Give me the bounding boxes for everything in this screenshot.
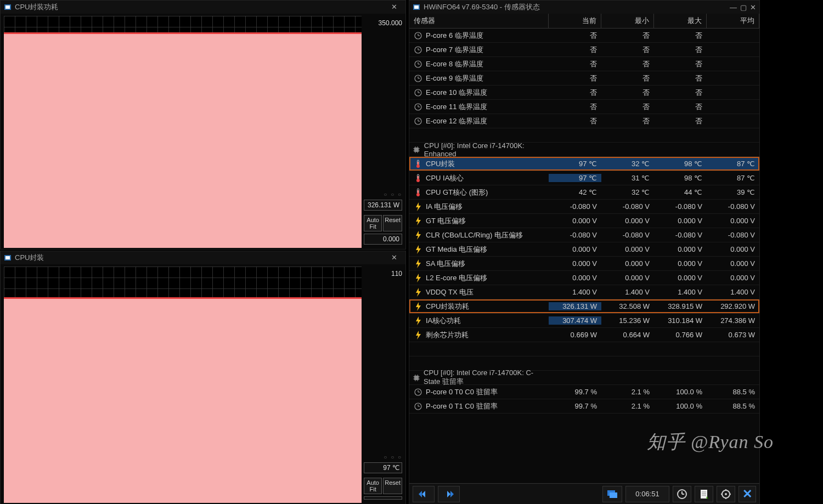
sensor-row[interactable]: E-core 11 临界温度否否否 [409, 100, 759, 114]
sensor-name: CPU IA核心 [426, 173, 464, 183]
section-header[interactable]: CPU [#0]: Intel Core i7-14700K: C-State … [409, 371, 759, 385]
graph2-canvas[interactable] [4, 267, 362, 503]
sensor-name: P-core 0 T1 C0 驻留率 [426, 401, 498, 411]
bolt-icon [414, 331, 422, 339]
nav-left-button[interactable] [413, 486, 435, 502]
val-min: 否 [601, 88, 654, 98]
svg-marker-49 [416, 259, 421, 268]
svg-point-41 [416, 179, 420, 182]
val-max: -0.080 V [654, 231, 707, 239]
val-max: 310.184 W [654, 316, 707, 325]
val-max: 否 [654, 102, 707, 112]
graph1-titlebar[interactable]: CPU封装功耗 ✕ [1, 1, 405, 14]
bolt-icon [414, 231, 422, 240]
sensor-row[interactable]: SA 电压偏移0.000 V0.000 V0.000 V0.000 V [409, 257, 759, 271]
monitor-button[interactable] [602, 486, 622, 502]
val-max: 0.000 V [654, 259, 707, 268]
sensor-row[interactable]: E-core 12 临界温度否否否 [409, 114, 759, 128]
val-max: 0.000 V [654, 217, 707, 225]
val-min: 否 [601, 31, 654, 41]
svg-rect-27 [414, 148, 419, 152]
sensor-row[interactable]: E-core 10 临界温度否否否 [409, 86, 759, 100]
val-avg: 1.400 V [707, 288, 759, 296]
log-button[interactable] [695, 486, 713, 502]
sensor-row[interactable]: P-core 7 临界温度否否否 [409, 43, 759, 57]
close-icon[interactable]: ✕ [386, 2, 402, 13]
val-current: 否 [549, 73, 601, 83]
sensor-row[interactable]: E-core 9 临界温度否否否 [409, 71, 759, 86]
sensor-name: P-core 6 临界温度 [426, 31, 483, 41]
val-min: -0.080 V [601, 231, 654, 239]
col-current[interactable]: 当前 [549, 14, 601, 28]
maximize-icon[interactable]: ▢ [740, 3, 747, 12]
sensor-row[interactable]: IA核心功耗307.474 W15.236 W310.184 W274.386 … [409, 314, 759, 328]
app-icon [413, 3, 420, 11]
sensor-row[interactable]: P-core 0 T0 C0 驻留率99.7 %2.1 %100.0 %88.5… [409, 385, 759, 399]
sensor-row[interactable]: GT Media 电压偏移0.000 V0.000 V0.000 V0.000 … [409, 242, 759, 257]
col-sensor[interactable]: 传感器 [409, 14, 549, 28]
close-button[interactable]: ✕ [739, 486, 756, 502]
sensor-row[interactable]: CPU IA核心97 ℃31 ℃98 ℃87 ℃ [409, 171, 759, 185]
clock-icon [414, 103, 422, 111]
val-avg: -0.080 V [707, 202, 759, 211]
sensor-body[interactable]: P-core 6 临界温度否否否P-core 7 临界温度否否否E-core 8… [409, 29, 759, 483]
sensor-row[interactable]: IA 电压偏移-0.080 V-0.080 V-0.080 V-0.080 V [409, 200, 759, 214]
graph1-canvas[interactable] [4, 16, 362, 248]
nav-right-button[interactable] [438, 486, 460, 502]
val-current: 307.474 W [549, 316, 601, 325]
val-current: 否 [549, 31, 601, 41]
sensor-name: E-core 11 临界温度 [426, 102, 487, 112]
sensor-row[interactable]: P-core 0 T1 C0 驻留率99.7 %2.1 %100.0 %88.5… [409, 399, 759, 414]
sensor-row[interactable]: VDDQ TX 电压1.400 V1.400 V1.400 V1.400 V [409, 285, 759, 299]
sensor-row[interactable]: CPU封装97 ℃32 ℃98 ℃87 ℃ [409, 157, 759, 171]
val-avg: 39 ℃ [707, 188, 759, 196]
sensor-titlebar[interactable]: HWiNFO64 v7.69-5340 - 传感器状态 — ▢ ✕ [409, 1, 759, 14]
svg-marker-47 [416, 231, 421, 240]
sensor-name: 剩余芯片功耗 [426, 330, 469, 340]
svg-point-38 [416, 165, 420, 168]
sensor-row[interactable]: P-core 6 临界温度否否否 [409, 29, 759, 43]
val-min: 否 [601, 59, 654, 69]
col-avg[interactable]: 平均 [707, 14, 759, 28]
val-max: 328.915 W [654, 302, 707, 310]
autofit-button[interactable]: Auto Fit [364, 215, 382, 231]
chip-icon [413, 145, 421, 154]
val-min: 15.236 W [601, 316, 654, 325]
val-min: 0.000 V [601, 274, 654, 282]
section-header[interactable]: CPU [#0]: Intel Core i7-14700K: Enhanced [409, 143, 759, 157]
col-min[interactable]: 最小 [601, 14, 654, 28]
minimize-icon[interactable]: — [730, 3, 737, 12]
val-current: 0.000 V [549, 245, 601, 253]
sensor-row[interactable]: GT 电压偏移0.000 V0.000 V0.000 V0.000 V [409, 214, 759, 228]
val-min: 否 [601, 102, 654, 112]
graph2-titlebar[interactable]: CPU封装 ✕ [1, 251, 405, 264]
settings-button[interactable] [717, 486, 735, 502]
sensor-name: E-core 10 临界温度 [426, 88, 487, 98]
col-max[interactable]: 最大 [654, 14, 707, 28]
sensor-row[interactable]: L2 E-core 电压偏移0.000 V0.000 V0.000 V0.000… [409, 271, 759, 285]
close-icon[interactable]: ✕ [386, 252, 402, 263]
reset-button[interactable]: Reset [383, 215, 402, 231]
val-max: 0.766 W [654, 331, 707, 339]
sensor-name: SA 电压偏移 [426, 259, 465, 269]
val-max: 0.000 V [654, 274, 707, 282]
val-min: 0.000 V [601, 245, 654, 253]
graph1-max: 350.000 [364, 19, 402, 27]
val-current: 0.000 V [549, 217, 601, 225]
val-min: 0.000 V [601, 259, 654, 268]
val-avg: 88.5 % [707, 402, 759, 410]
bolt-icon [414, 288, 422, 297]
bolt-icon [414, 245, 422, 254]
close-icon[interactable]: ✕ [750, 3, 756, 12]
sensor-row[interactable]: E-core 8 临界温度否否否 [409, 57, 759, 71]
sensor-row[interactable]: CPU GT核心 (图形)42 ℃32 ℃44 ℃39 ℃ [409, 185, 759, 200]
sensor-row[interactable]: CPU封装功耗326.131 W32.508 W328.915 W292.920… [409, 299, 759, 314]
val-min: 0.000 V [601, 217, 654, 225]
graph-window-temp: CPU封装 ✕ 110 ○ [0, 251, 406, 504]
clock-button[interactable] [673, 486, 691, 502]
svg-marker-46 [416, 217, 421, 225]
autofit-button[interactable]: Auto Fit [364, 478, 382, 494]
sensor-row[interactable]: 剩余芯片功耗0.669 W0.664 W0.766 W0.673 W [409, 328, 759, 342]
reset-button[interactable]: Reset [383, 478, 402, 494]
sensor-row[interactable]: CLR (CBo/LLC/Ring) 电压偏移-0.080 V-0.080 V-… [409, 228, 759, 242]
